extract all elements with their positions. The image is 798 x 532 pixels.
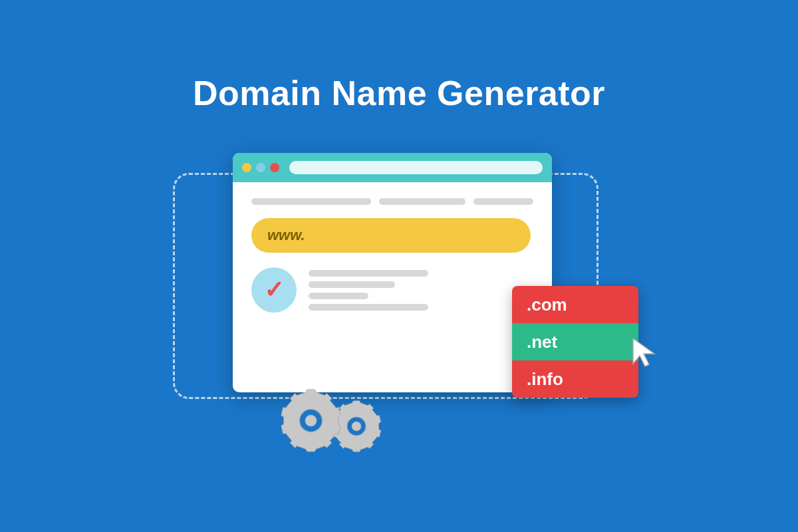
text-line xyxy=(309,270,428,277)
browser-window: www. ✓ xyxy=(233,153,552,392)
traffic-light-yellow xyxy=(242,163,251,172)
address-bar xyxy=(289,161,543,174)
tld-label-info: .info xyxy=(527,369,563,390)
gear-icon-left xyxy=(279,389,342,452)
content-lines-right xyxy=(309,270,428,311)
www-bar[interactable]: www. xyxy=(251,218,531,253)
text-line xyxy=(309,293,368,299)
text-line xyxy=(309,281,395,288)
tld-label-net: .net xyxy=(527,332,557,352)
content-lines-top xyxy=(251,198,533,205)
cursor-icon xyxy=(630,336,658,370)
page-title: Domain Name Generator xyxy=(193,73,605,113)
tld-item-com[interactable]: .com xyxy=(512,286,638,323)
browser-topbar xyxy=(233,153,552,182)
text-line xyxy=(473,198,533,205)
gears-container xyxy=(279,388,382,452)
tld-item-info[interactable]: .info xyxy=(512,360,638,398)
tld-dropdown[interactable]: .com .net .info xyxy=(512,286,638,398)
tld-label-com: .com xyxy=(527,295,567,315)
traffic-light-blue xyxy=(256,163,265,172)
svg-point-4 xyxy=(352,422,361,431)
check-circle: ✓ xyxy=(251,267,297,313)
traffic-light-red xyxy=(270,163,279,172)
text-line xyxy=(251,198,371,205)
tld-item-net[interactable]: .net xyxy=(512,323,638,360)
svg-point-2 xyxy=(305,414,317,426)
illustration: www. ✓ .com .net .info xyxy=(193,140,605,459)
checkmark-icon: ✓ xyxy=(264,278,284,302)
www-text: www. xyxy=(267,227,305,244)
text-line xyxy=(309,304,428,311)
svg-marker-0 xyxy=(633,338,654,366)
text-line xyxy=(379,198,466,205)
bottom-content: ✓ xyxy=(251,267,533,313)
browser-content: www. ✓ xyxy=(233,182,552,329)
